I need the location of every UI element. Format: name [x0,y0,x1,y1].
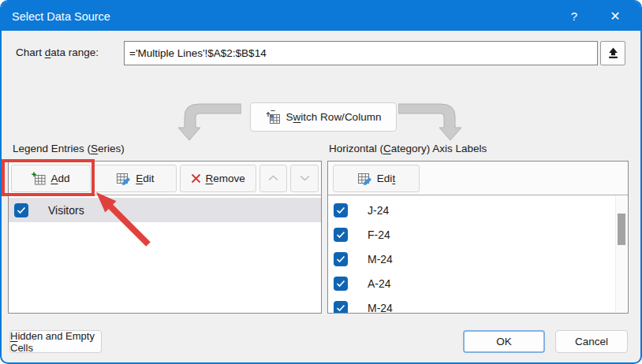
help-icon[interactable]: ? [557,2,592,31]
checkbox[interactable] [14,203,28,217]
switch-row-column-icon [266,110,281,124]
chevron-up-icon [268,175,278,181]
move-down-button[interactable] [290,165,319,192]
scrollbar-thumb[interactable] [618,214,625,245]
scrollbar[interactable] [615,196,627,312]
label-accel: R [206,173,214,184]
label-part: Edi [377,173,393,184]
ok-button[interactable]: OK [463,330,545,353]
label-part: idden and Empty Cells [10,330,95,354]
label-accel: t [392,173,395,184]
list-item-label: M-24 [368,302,393,314]
list-item-a24[interactable]: A-24 [328,271,615,295]
dialog-title: Select Data Source [12,10,110,23]
collapse-dialog-icon [607,47,619,59]
axis-labels-list: J-24 F-24 M-24 A-24 M-24 [328,196,615,313]
legend-entries-panel: Add Edit [8,161,322,314]
list-item-label: J-24 [368,204,389,217]
remove-button[interactable]: Remove [180,165,256,192]
chevron-down-icon [300,175,310,181]
checkbox[interactable] [334,252,348,266]
label-part: Horizontal ( [329,143,383,154]
edit-button-label: Edit [136,173,154,184]
legend-toolbar: Add Edit [9,162,321,195]
hidden-button-label: Hidden and Empty Cells [10,330,101,354]
label-part: eries) [98,143,125,154]
collapse-dialog-button[interactable] [600,41,625,65]
label-part: S [286,111,293,123]
checkbox[interactable] [334,277,348,291]
add-icon [32,172,46,185]
legend-entries-heading: Legend Entries (Series) [13,143,125,154]
list-item-label: M-24 [368,253,393,266]
label-part: ata range: [50,46,99,58]
axis-labels-panel: Edit J-24 F-24 M-24 A-24 M-24 [327,161,629,314]
label-accel: C [383,143,391,154]
remove-button-label: Remove [206,173,245,184]
checkbox[interactable] [334,228,348,242]
edit-icon [116,172,131,185]
move-up-button[interactable] [259,165,288,192]
list-item-label: F-24 [368,228,390,241]
edit-button-label: Edit [377,173,395,184]
axis-labels-heading: Horizontal (Category) Axis Labels [329,143,487,154]
list-item-m24b[interactable]: M-24 [328,295,615,313]
edit-axis-labels-button[interactable]: Edit [333,165,420,192]
legend-entries-list: Visitors [9,196,321,313]
list-item-visitors[interactable]: Visitors [9,198,321,222]
label-part: Legend Entries ( [13,143,91,154]
list-item-f24[interactable]: F-24 [328,222,615,247]
label-part: Chart [16,46,45,58]
switch-row-column-label: Switch Row/Column [286,111,382,123]
list-item-label: Visitors [48,204,84,217]
label-part: dd [58,173,69,184]
arrow-left-annotation [177,93,241,142]
title-bar: Select Data Source ? ✕ [2,2,640,31]
label-part: ategory) Axis Labels [391,143,487,154]
hidden-and-empty-cells-button[interactable]: Hidden and Empty Cells [9,330,102,353]
label-part: emove [213,173,245,184]
arrow-right-annotation [398,93,463,142]
add-button[interactable]: Add [11,165,91,192]
remove-icon [191,173,201,184]
switch-row-column-button[interactable]: Switch Row/Column [250,102,397,132]
label-accel: w [293,111,301,123]
label-accel: H [10,330,17,342]
checkbox[interactable] [334,203,348,217]
chart-data-range-input[interactable] [124,41,598,65]
label-part: dit [143,173,154,184]
label-accel: E [136,173,143,184]
add-button-label: Add [50,173,69,184]
label-part: itch Row/Column [300,111,381,123]
close-icon[interactable]: ✕ [598,2,633,31]
edit-series-button[interactable]: Edit [94,165,177,192]
label-accel: S [91,143,98,154]
list-item-label: A-24 [368,277,391,290]
checkbox[interactable] [334,301,348,314]
list-item-m24a[interactable]: M-24 [328,247,615,271]
list-item-j24[interactable]: J-24 [328,198,615,222]
cancel-button[interactable]: Cancel [555,330,628,353]
axis-toolbar: Edit [328,162,628,195]
edit-icon [357,172,372,185]
chart-data-range-label: Chart data range: [16,46,99,58]
select-data-source-dialog: Select Data Source ? ✕ Chart data range: [0,0,642,364]
